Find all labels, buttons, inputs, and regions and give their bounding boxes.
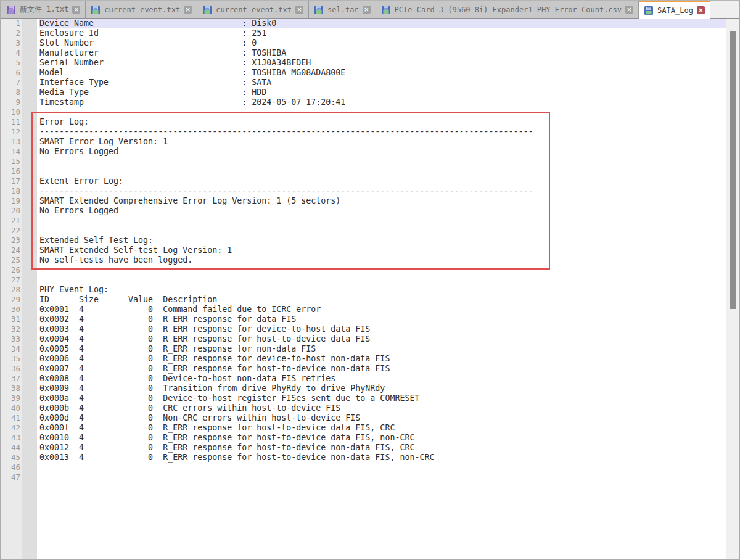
- line-number: 4: [1, 48, 20, 58]
- text-line[interactable]: SMART Extended Self-test Log Version: 1: [39, 245, 739, 255]
- text-line[interactable]: 0x0003 4 0 R_ERR response for device-to-…: [39, 324, 739, 334]
- line-number: 24: [1, 245, 20, 255]
- text-line[interactable]: No self-tests have been logged.: [39, 255, 739, 265]
- line-number: 14: [1, 147, 20, 157]
- text-line[interactable]: ----------------------------------------…: [39, 127, 739, 137]
- text-line[interactable]: [39, 167, 739, 176]
- text-line[interactable]: Extent Error Log:: [39, 176, 739, 186]
- text-line[interactable]: 0x000f 4 0 R_ERR response for host-to-de…: [39, 423, 739, 433]
- close-icon[interactable]: ×: [184, 6, 192, 14]
- text-content[interactable]: Device Name : Disk0Enclosure Id : 251Slo…: [37, 19, 739, 559]
- text-line[interactable]: Extended Self Test Log:: [39, 236, 739, 245]
- close-icon[interactable]: ×: [363, 6, 371, 14]
- line-number: 43: [1, 433, 20, 443]
- tab-sata-log[interactable]: SATA_Log ×: [639, 1, 710, 19]
- text-line[interactable]: 0x0004 4 0 R_ERR response for host-to-de…: [39, 334, 739, 344]
- tab-label: current_event.txt: [104, 6, 180, 14]
- floppy-purple-icon: [6, 5, 16, 15]
- floppy-blue-icon: [314, 5, 324, 15]
- line-number: 30: [1, 305, 20, 315]
- text-line[interactable]: ----------------------------------------…: [39, 186, 739, 196]
- text-line[interactable]: 0x0001 4 0 Command failed due to ICRC er…: [39, 305, 739, 315]
- text-line[interactable]: Serial Number : X1J0A34BFDEH: [39, 58, 739, 68]
- line-number: 11: [1, 117, 20, 127]
- text-line[interactable]: 0x0005 4 0 R_ERR response for non-data F…: [39, 344, 739, 354]
- line-number: 35: [1, 354, 20, 364]
- text-line[interactable]: Model : TOSHIBA MG08ADA800E: [39, 68, 739, 78]
- text-line[interactable]: [39, 463, 739, 472]
- line-number: 26: [1, 265, 20, 275]
- tab-label: sel.tar: [327, 6, 359, 14]
- tab-current-event-txt[interactable]: current_event.txt ×: [197, 1, 309, 18]
- line-number: 46: [1, 463, 20, 472]
- text-line[interactable]: [39, 265, 739, 275]
- scrollbar-thumb[interactable]: [730, 31, 736, 309]
- vertical-scrollbar[interactable]: [726, 19, 739, 559]
- current-line[interactable]: Device Name : Disk0: [39, 19, 739, 28]
- text-line[interactable]: ID Size Value Description: [39, 295, 739, 305]
- text-line[interactable]: Timestamp : 2024-05-07 17:20:41: [39, 97, 739, 107]
- line-number: 8: [1, 88, 20, 97]
- text-line[interactable]: [39, 226, 739, 236]
- line-number: 13: [1, 137, 20, 147]
- text-line[interactable]: Enclosure Id : 251: [39, 28, 739, 38]
- line-number: 47: [1, 472, 20, 482]
- tab--1-txt[interactable]: 新文件 1.txt ×: [1, 1, 86, 18]
- line-number-gutter: 1234567891011121314151617181920212223242…: [1, 19, 22, 559]
- text-line[interactable]: [39, 275, 739, 285]
- text-line[interactable]: Slot Number : 0: [39, 38, 739, 48]
- line-number: 40: [1, 403, 20, 413]
- text-line[interactable]: Error Log:: [39, 117, 739, 127]
- floppy-blue-icon: [202, 5, 212, 15]
- text-line[interactable]: 0x0007 4 0 R_ERR response for host-to-de…: [39, 364, 739, 374]
- close-icon[interactable]: ×: [625, 6, 633, 14]
- close-icon[interactable]: ×: [697, 6, 705, 14]
- close-icon[interactable]: ×: [72, 6, 80, 14]
- text-line[interactable]: Manufacturer : TOSHIBA: [39, 48, 739, 58]
- text-line[interactable]: 0x0010 4 0 R_ERR response for host-to-de…: [39, 433, 739, 443]
- text-line[interactable]: PHY Event Log:: [39, 285, 739, 295]
- tab-label: current_event.txt: [216, 6, 292, 14]
- text-line[interactable]: [39, 157, 739, 167]
- text-line[interactable]: No Errors Logged: [39, 147, 739, 157]
- text-line[interactable]: SMART Extended Comprehensive Error Log V…: [39, 196, 739, 206]
- tab-current-event-txt[interactable]: current_event.txt ×: [86, 1, 197, 18]
- line-number: 31: [1, 315, 20, 324]
- text-line[interactable]: 0x0012 4 0 R_ERR response for host-to-de…: [39, 443, 739, 453]
- line-number: 28: [1, 285, 20, 295]
- line-number: 21: [1, 216, 20, 226]
- line-number: 2: [1, 28, 20, 38]
- text-line[interactable]: [39, 107, 739, 117]
- text-editor-window: 新文件 1.txt × current_event.txt × current_…: [0, 0, 740, 560]
- text-line[interactable]: 0x000a 4 0 Device-to-host register FISes…: [39, 393, 739, 403]
- line-number: 44: [1, 443, 20, 453]
- line-number: 39: [1, 393, 20, 403]
- text-line[interactable]: [39, 472, 739, 482]
- close-icon[interactable]: ×: [295, 6, 303, 14]
- tab-pcie-card-3-9560-8i-expander1-phy-error-count-csv[interactable]: PCIe_Card_3_(9560-8i)_Expander1_PHY_Erro…: [376, 1, 639, 18]
- tab-label: PCIe_Card_3_(9560-8i)_Expander1_PHY_Erro…: [395, 6, 622, 14]
- line-number: 25: [1, 255, 20, 265]
- line-number: 18: [1, 186, 20, 196]
- text-line[interactable]: Interface Type : SATA: [39, 78, 739, 88]
- text-line[interactable]: Media Type : HDD: [39, 88, 739, 97]
- text-line[interactable]: 0x000b 4 0 CRC errors within host-to-dev…: [39, 403, 739, 413]
- text-line[interactable]: 0x0002 4 0 R_ERR response for data FIS: [39, 315, 739, 324]
- line-number: 23: [1, 236, 20, 245]
- tab-sel-tar[interactable]: sel.tar ×: [309, 1, 376, 18]
- line-number: 20: [1, 206, 20, 216]
- tab-label: 新文件 1.txt: [20, 4, 68, 15]
- line-number: 27: [1, 275, 20, 285]
- floppy-blue-icon: [644, 6, 654, 15]
- text-line[interactable]: [39, 216, 739, 226]
- text-line[interactable]: 0x0006 4 0 R_ERR response for device-to-…: [39, 354, 739, 364]
- text-line[interactable]: 0x0008 4 0 Device-to-host non-data FIS r…: [39, 374, 739, 384]
- text-line[interactable]: 0x0013 4 0 R_ERR response for host-to-de…: [39, 453, 739, 463]
- line-number: 7: [1, 78, 20, 88]
- text-line[interactable]: SMART Error Log Version: 1: [39, 137, 739, 147]
- text-line[interactable]: 0x000d 4 0 Non-CRC errors within host-to…: [39, 413, 739, 423]
- text-line[interactable]: No Errors Logged: [39, 206, 739, 216]
- line-number: 38: [1, 384, 20, 393]
- text-line[interactable]: 0x0009 4 0 Transition from drive PhyRdy …: [39, 384, 739, 393]
- line-number: 42: [1, 423, 20, 433]
